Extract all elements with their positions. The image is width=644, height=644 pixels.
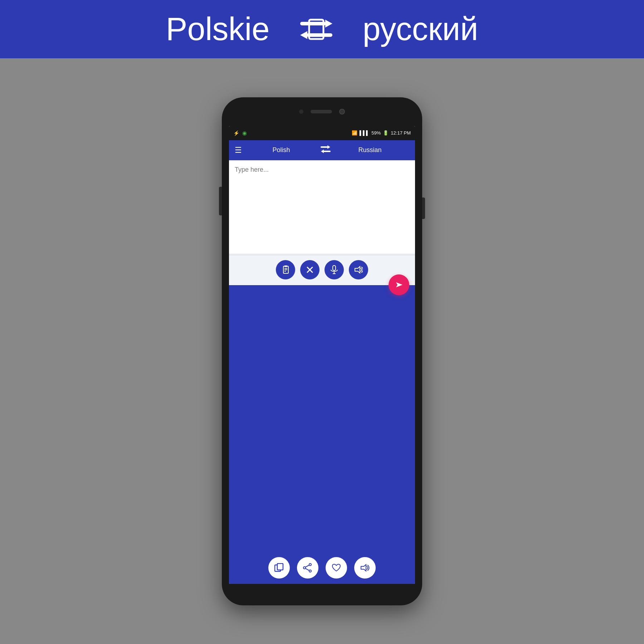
- svg-rect-5: [321, 146, 328, 148]
- banner-swap-icon: [298, 15, 334, 44]
- output-area: [229, 285, 415, 552]
- svg-point-25: [303, 567, 306, 569]
- status-time: 12:17 PM: [391, 130, 411, 136]
- phone-device: ⚡ ◉ 📶 ▌▌▌ 59% 🔋 12:17 PM ☰ Polish: [222, 97, 422, 605]
- svg-line-27: [306, 569, 309, 571]
- signal-icon: ▌▌▌: [360, 130, 370, 136]
- banner-lang-left: Polskie: [166, 11, 269, 48]
- svg-rect-2: [307, 33, 332, 37]
- svg-marker-1: [325, 20, 332, 28]
- volume-button: [219, 187, 222, 215]
- power-button: [422, 197, 425, 219]
- phone-bottom: [222, 584, 422, 605]
- app-toolbar: ☰ Polish Russian: [229, 140, 415, 160]
- clipboard-button[interactable]: [276, 260, 295, 279]
- svg-marker-20: [396, 282, 402, 287]
- svg-marker-6: [327, 145, 330, 149]
- status-left-icons: ⚡ ◉: [233, 130, 247, 136]
- microphone-button[interactable]: [325, 260, 344, 279]
- toolbar-swap-icon[interactable]: [321, 145, 331, 155]
- hamburger-menu-icon[interactable]: ☰: [235, 146, 242, 155]
- toolbar-target-lang[interactable]: Russian: [331, 146, 409, 154]
- favorite-button[interactable]: [326, 557, 347, 579]
- status-bar: ⚡ ◉ 📶 ▌▌▌ 59% 🔋 12:17 PM: [229, 126, 415, 140]
- phone-top: [222, 97, 422, 126]
- svg-marker-28: [361, 565, 366, 571]
- svg-rect-7: [323, 151, 331, 152]
- earpiece: [311, 110, 332, 113]
- status-right-area: 📶 ▌▌▌ 59% 🔋 12:17 PM: [352, 130, 411, 136]
- battery-icon: 🔋: [383, 130, 389, 136]
- svg-marker-8: [321, 150, 324, 153]
- send-translate-button[interactable]: [389, 274, 409, 295]
- svg-marker-3: [300, 31, 307, 39]
- wifi-icon: 📶: [352, 130, 357, 136]
- svg-rect-16: [333, 265, 336, 270]
- svg-rect-22: [277, 564, 283, 570]
- main-area: ⚡ ◉ 📶 ▌▌▌ 59% 🔋 12:17 PM ☰ Polish: [0, 58, 644, 644]
- clear-button[interactable]: [300, 260, 319, 279]
- svg-rect-0: [300, 22, 326, 25]
- speaker-input-button[interactable]: [349, 260, 368, 279]
- svg-point-23: [309, 564, 311, 566]
- input-action-buttons: [229, 255, 415, 285]
- usb-icon: ⚡: [233, 130, 239, 136]
- phone-screen: ⚡ ◉ 📶 ▌▌▌ 59% 🔋 12:17 PM ☰ Polish: [229, 126, 415, 584]
- top-banner: Polskie русский: [0, 0, 644, 58]
- share-button[interactable]: [297, 557, 318, 579]
- svg-marker-19: [355, 267, 360, 273]
- svg-rect-10: [284, 265, 287, 267]
- app-notification-icon: ◉: [242, 130, 247, 136]
- svg-point-24: [309, 570, 311, 572]
- bottom-nav: [229, 552, 415, 584]
- svg-line-26: [306, 565, 309, 567]
- battery-percent: 59%: [371, 130, 381, 136]
- text-input[interactable]: [229, 160, 415, 253]
- banner-lang-right: русский: [363, 11, 478, 48]
- front-sensor: [299, 109, 303, 114]
- speaker-output-button[interactable]: [354, 557, 376, 579]
- toolbar-source-lang[interactable]: Polish: [242, 146, 321, 154]
- front-camera: [339, 109, 345, 114]
- copy-output-button[interactable]: [268, 557, 290, 579]
- input-area: [229, 160, 415, 285]
